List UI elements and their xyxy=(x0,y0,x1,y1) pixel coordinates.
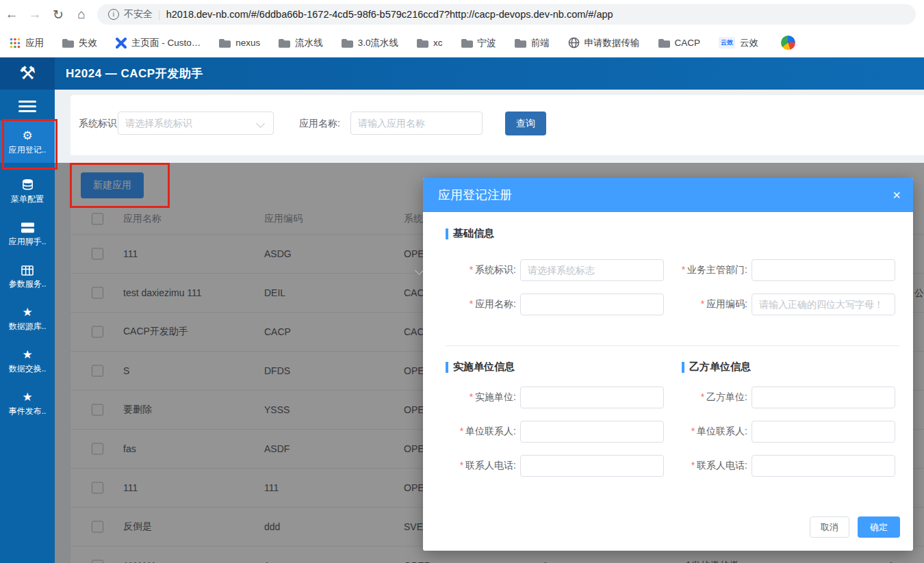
bookmark-pipeline[interactable]: 流水线 xyxy=(279,37,323,49)
bookmark-label: CACP xyxy=(675,38,701,48)
bookmark-label: xc xyxy=(433,38,443,48)
system-id-select[interactable] xyxy=(520,259,664,281)
back-icon[interactable]: ← xyxy=(0,7,23,22)
sidebar-item-app-scaffold[interactable]: 应用脚手.. xyxy=(0,212,55,254)
folder-icon xyxy=(62,38,74,48)
bookmark-nexus[interactable]: nexus xyxy=(219,38,260,48)
required-mark: * xyxy=(460,460,463,471)
page-title: H2024 — CACP开发助手 xyxy=(66,57,203,90)
bookmark-shixiao[interactable]: 失效 xyxy=(62,37,97,49)
app-name-input[interactable] xyxy=(520,293,664,315)
bookmark-label: 云效 xyxy=(740,37,758,49)
insecure-label: 不安全 xyxy=(124,8,153,21)
extension-icon[interactable] xyxy=(781,36,795,50)
bookmark-frontend[interactable]: 前端 xyxy=(515,37,550,49)
bookmark-label: 流水线 xyxy=(295,37,323,49)
bookmark-label: 3.0流水线 xyxy=(358,37,398,49)
dept-input[interactable] xyxy=(752,259,895,281)
app-register-dialog: 应用登记注册 × 基础信息 *系统标识: *业务主管部门: *应用名称: *应用… xyxy=(423,178,913,551)
sidebar-item-label: 菜单配置 xyxy=(11,194,44,205)
impl-phone-input[interactable] xyxy=(520,455,664,477)
bookmark-yunxiao[interactable]: 云效 云效 xyxy=(719,37,758,49)
query-button[interactable]: 查询 xyxy=(505,112,546,135)
section-partyb-unit: 乙方单位信息 xyxy=(682,361,751,374)
system-id-label: 系统标识: xyxy=(79,118,120,130)
impl-unit-input[interactable] xyxy=(520,387,664,408)
bookmark-pipeline30[interactable]: 3.0流水线 xyxy=(342,37,398,49)
address-bar[interactable]: i 不安全 | h2018.dev-nb.com/#/6ddba66b-1672… xyxy=(97,4,916,25)
sidebar-item-menu-config[interactable]: 菜单配置 xyxy=(0,170,55,212)
server-icon xyxy=(21,220,34,233)
pb-unit-input[interactable] xyxy=(752,387,895,408)
folder-icon xyxy=(515,38,526,48)
field-label: *联系人电话: xyxy=(431,460,516,472)
sidebar-item-data-source[interactable]: ★ 数据源库.. xyxy=(0,297,55,339)
url-text[interactable]: h2018.dev-nb.com/#/6ddba66b-1672-4cd5-98… xyxy=(166,9,613,20)
folder-icon xyxy=(417,38,428,48)
required-mark: * xyxy=(460,425,463,436)
required-mark: * xyxy=(691,460,695,471)
browser-toolbar: ← → ↻ ⌂ i 不安全 | h2018.dev-nb.com/#/6ddba… xyxy=(0,0,924,29)
folder-icon xyxy=(342,38,353,48)
sidebar-item-label: 应用脚手.. xyxy=(9,236,47,248)
sidebar-item-label: 事件发布.. xyxy=(9,406,47,417)
bookmark-label: 申请数据传输 xyxy=(585,37,640,49)
apps-grid-icon xyxy=(10,38,21,49)
reload-icon[interactable]: ↻ xyxy=(47,7,70,23)
field-label: *应用名称: xyxy=(431,298,516,311)
home-icon[interactable]: ⌂ xyxy=(70,7,93,22)
bookmark-label: nexus xyxy=(235,38,260,48)
site-info-icon[interactable]: i xyxy=(108,9,119,20)
field-label: *系统标识: xyxy=(431,264,516,276)
field-impl-unit: *实施单位: xyxy=(431,387,664,408)
database-icon xyxy=(21,177,34,191)
star-icon: ★ xyxy=(22,389,32,403)
close-icon[interactable]: × xyxy=(893,178,901,212)
app-code-input[interactable] xyxy=(752,293,895,315)
bookmark-ningbo[interactable]: 宁波 xyxy=(461,37,496,49)
app-name-label: 应用名称: xyxy=(299,118,340,130)
app-name-input[interactable] xyxy=(350,112,483,135)
section-basic-info: 基础信息 xyxy=(446,227,494,240)
field-pb-unit: *乙方单位: xyxy=(674,387,895,408)
section-bar xyxy=(446,362,448,373)
bookmark-data-transfer[interactable]: 申请数据传输 xyxy=(568,37,640,49)
section-label: 基础信息 xyxy=(453,227,494,240)
star-icon: ★ xyxy=(22,304,32,318)
star-icon: ★ xyxy=(22,347,32,361)
sidebar-item-label: 参数服务.. xyxy=(9,278,47,290)
field-app-code: *应用编码: xyxy=(674,293,895,315)
sidebar-item-data-exchange[interactable]: ★ 数据交换.. xyxy=(0,339,55,382)
required-mark: * xyxy=(470,391,473,402)
bookmark-apps[interactable]: 应用 xyxy=(10,37,44,49)
sidebar-item-event-publish[interactable]: ★ 事件发布.. xyxy=(0,382,55,424)
field-pb-phone: *联系人电话: xyxy=(674,455,895,477)
cancel-button[interactable]: 取消 xyxy=(810,516,849,538)
bookmark-cacp[interactable]: CACP xyxy=(658,38,701,48)
sidebar-item-param-service[interactable]: 参数服务.. xyxy=(0,254,55,297)
field-label: *实施单位: xyxy=(431,391,516,404)
x-logo-icon xyxy=(116,38,127,49)
forward-icon[interactable]: → xyxy=(23,7,47,22)
pb-contact-input[interactable] xyxy=(752,421,895,443)
table-grid-icon xyxy=(21,262,34,276)
required-mark: * xyxy=(701,391,704,402)
section-impl-unit: 实施单位信息 xyxy=(446,361,515,374)
bookmark-label: 宁波 xyxy=(478,37,496,49)
field-label: *单位联系人: xyxy=(431,425,516,438)
field-app-name: *应用名称: xyxy=(431,293,664,315)
section-label: 乙方单位信息 xyxy=(689,361,751,374)
section-bar xyxy=(682,362,684,373)
bookmark-xc[interactable]: xc xyxy=(417,38,443,48)
section-bar xyxy=(446,228,448,239)
bookmark-label: 主页面 - Custo… xyxy=(131,37,201,49)
system-id-select[interactable] xyxy=(118,112,274,135)
dialog-title: 应用登记注册 xyxy=(438,178,512,212)
app-logo: ⚒ xyxy=(0,57,55,90)
impl-contact-input[interactable] xyxy=(520,421,664,443)
pb-phone-input[interactable] xyxy=(752,455,895,477)
sidebar-collapse-button[interactable] xyxy=(0,96,55,116)
field-label: *单位联系人: xyxy=(674,425,747,438)
bookmark-main-page[interactable]: 主页面 - Custo… xyxy=(116,37,201,49)
confirm-button[interactable]: 确定 xyxy=(858,516,900,538)
